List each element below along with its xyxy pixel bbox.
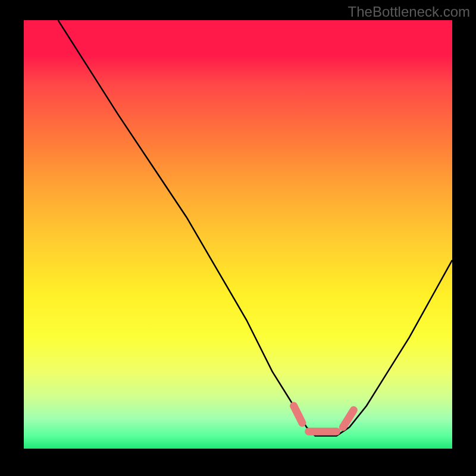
bottleneck-curve <box>58 20 452 436</box>
highlight-segment-left <box>294 406 302 423</box>
chart-svg <box>24 20 452 449</box>
chart-curve-group <box>58 20 452 436</box>
chart-area <box>24 20 452 449</box>
watermark-text: TheBottleneck.com <box>348 4 470 20</box>
